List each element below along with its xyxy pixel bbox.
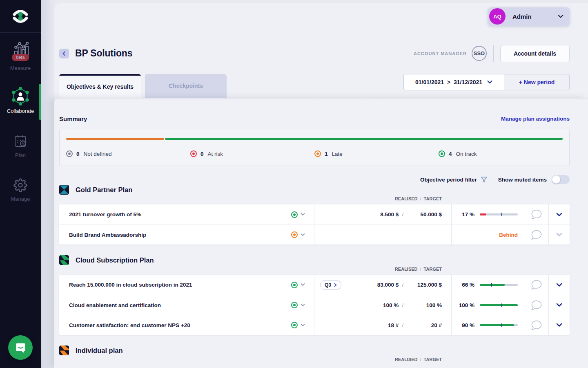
vertical-divider — [493, 45, 494, 62]
user-menu[interactable]: AQ Admin — [488, 7, 570, 26]
status-icon — [291, 231, 298, 238]
filter-row: Objective period filter Show muted items — [59, 175, 570, 184]
target-value: 100 % — [407, 302, 442, 308]
toggle-knob — [552, 175, 560, 184]
status-ring-icon — [190, 150, 197, 157]
sidebar-item-manage[interactable]: Manage — [0, 178, 41, 202]
manage-plan-assignations-link[interactable]: Manage plan assignations — [501, 116, 570, 122]
status-icon — [291, 302, 298, 308]
summary-legend: 0Not defined0At risk1Late4On track — [66, 150, 563, 157]
status-dropdown[interactable] — [291, 302, 305, 308]
realised-value: 100 % — [320, 302, 399, 308]
sidebar-item-collaborate[interactable]: Collaborate — [0, 87, 41, 114]
target-value: 20 # — [407, 322, 442, 328]
columns-slash: / — [420, 357, 421, 362]
chat-launcher-button[interactable] — [8, 335, 33, 360]
period-selector[interactable]: 01/01/2021 > 31/12/2021 — [404, 74, 504, 90]
comment-icon — [530, 229, 542, 240]
objective-period-filter-label: Objective period filter — [420, 177, 477, 183]
page-header: BP Solutions ACCOUNT MANAGER SSO Account… — [41, 33, 588, 74]
comment-icon — [530, 320, 542, 331]
objective-name-cell: 2021 turnover growth of 5% — [59, 204, 314, 224]
active-nav-indicator — [39, 84, 41, 120]
period-range: 01/01/2021 > 31/12/2021 — [415, 79, 482, 85]
tab-bar: Objectives & Key results Checkpoints 01/… — [41, 74, 588, 98]
comment-button[interactable] — [524, 295, 548, 315]
summary-bar-segment — [66, 138, 164, 140]
back-button[interactable] — [59, 49, 69, 58]
chevron-right-icon — [334, 283, 337, 287]
target-value: 125.000 $ — [407, 282, 442, 288]
objectives-table: 2021 turnover growth of 5%8.500 $/50.000… — [59, 204, 570, 245]
expand-chevron-icon — [556, 233, 562, 237]
app-logo[interactable] — [0, 0, 41, 33]
legend-label: Not defined — [84, 151, 112, 157]
objective-row: Customer satisfaction: end customer NPS … — [59, 315, 570, 335]
user-name: Admin — [512, 13, 532, 20]
plan-section: Gold Partner PlanREALISED/TARGET2021 tur… — [59, 184, 570, 245]
comment-button[interactable] — [524, 225, 548, 245]
legend-count: 0 — [200, 151, 204, 157]
sidebar-item-label: Measure — [10, 65, 31, 71]
objective-name: Reach 15.000.000 in cloud subscription i… — [69, 282, 192, 288]
expand-row-button[interactable] — [548, 275, 569, 295]
objectives-table: Reach 15.000.000 in cloud subscription i… — [59, 275, 570, 335]
status-dropdown[interactable] — [291, 231, 305, 238]
page-title: BP Solutions — [75, 48, 132, 59]
values-cell: 18 #/20 # — [314, 315, 451, 335]
summary-card: 0Not defined0At risk1Late4On track — [59, 129, 570, 166]
status-dropdown[interactable] — [291, 211, 305, 218]
account-manager-label: ACCOUNT MANAGER — [414, 51, 467, 56]
plan-logo-icon — [59, 185, 69, 195]
expand-row-button[interactable] — [548, 295, 569, 315]
account-manager-badge[interactable]: SSO — [472, 46, 487, 61]
sidebar-item-plan[interactable]: Plan — [0, 134, 41, 158]
comment-button[interactable] — [524, 204, 548, 224]
expand-chevron-icon — [556, 303, 562, 307]
show-muted-toggle[interactable] — [552, 175, 570, 184]
chevron-left-icon — [62, 51, 66, 56]
value-slash: / — [402, 322, 403, 328]
expand-row-button[interactable] — [548, 225, 569, 245]
progress-percent: 100 % — [456, 302, 474, 308]
progress-cell: 100 % — [451, 295, 524, 315]
progress-cell: 90 % — [451, 315, 524, 335]
plan-section: Individual planREALISED/TARGET — [59, 345, 570, 362]
status-dropdown[interactable] — [291, 322, 305, 328]
objective-row: 2021 turnover growth of 5%8.500 $/50.000… — [59, 204, 570, 224]
comment-button[interactable] — [524, 275, 548, 295]
account-details-button[interactable]: Account details — [500, 45, 570, 62]
tab-objectives-key-results[interactable]: Objectives & Key results — [59, 74, 141, 98]
new-period-button[interactable]: + New period — [504, 74, 569, 90]
sidebar: beta Measure Collaborate Plan — [0, 0, 41, 368]
values-cell: Q383.000 $/125.000 $ — [314, 275, 451, 295]
expand-chevron-icon — [556, 213, 562, 217]
progress-target-tick — [501, 323, 502, 327]
period-badge-label: Q3 — [325, 282, 331, 288]
beta-badge: beta — [12, 54, 29, 61]
status-dropdown[interactable] — [291, 282, 305, 288]
objective-name-cell: Cloud enablement and certification — [59, 295, 314, 315]
comment-button[interactable] — [524, 315, 548, 335]
plan-header: Individual plan — [59, 345, 570, 356]
expand-row-button[interactable] — [548, 315, 569, 335]
period-badge[interactable]: Q3 — [320, 280, 341, 290]
summary-title: Summary — [59, 115, 87, 122]
columns-header: REALISED/TARGET — [59, 196, 570, 201]
gear-icon — [13, 178, 27, 192]
progress-bar — [480, 324, 518, 326]
sidebar-item-measure[interactable]: beta Measure — [0, 41, 41, 71]
target-value: 50.000 $ — [407, 211, 442, 218]
objective-name: 2021 turnover growth of 5% — [69, 211, 141, 218]
topbar: AQ Admin — [41, 0, 588, 33]
columns-header: REALISED/TARGET — [59, 266, 570, 272]
progress-bar — [480, 304, 518, 306]
expand-row-button[interactable] — [548, 204, 569, 224]
objective-name-cell: Reach 15.000.000 in cloud subscription i… — [59, 275, 314, 295]
status-ring-icon — [314, 150, 321, 157]
legend-item: 0Not defined — [66, 150, 190, 157]
plan-section: Cloud Subscription PlanREALISED/TARGETRe… — [59, 255, 570, 335]
tab-checkpoints[interactable]: Checkpoints — [145, 74, 227, 98]
values-cell: 8.500 $/50.000 $ — [314, 204, 451, 224]
filter-funnel-icon[interactable] — [481, 176, 488, 183]
